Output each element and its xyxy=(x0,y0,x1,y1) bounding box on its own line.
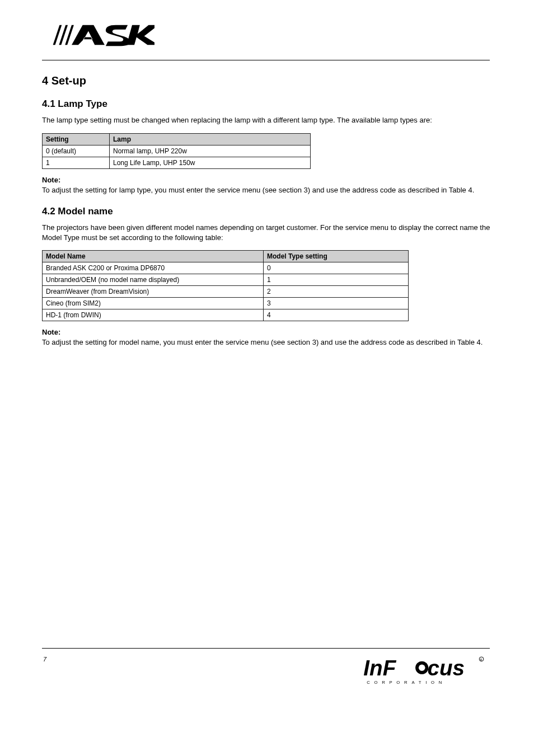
page-number: 7 xyxy=(43,656,46,663)
table-row: Branded ASK C200 or Proxima DP6870 0 xyxy=(43,262,409,274)
table-row: HD-1 (from DWIN) 4 xyxy=(43,309,409,321)
footer-rule xyxy=(42,648,490,649)
header-rule xyxy=(42,60,490,60)
table-cell: 0 (default) xyxy=(43,145,110,157)
table-cell: Long Life Lamp, UHP 150w xyxy=(110,157,311,168)
table-cell: 0 xyxy=(264,262,409,274)
table-cell: Cineo (from SIM2) xyxy=(43,298,264,309)
svg-point-5 xyxy=(419,664,425,671)
table-cell: 4 xyxy=(264,309,409,321)
infocus-logo: InF cus R CORPORATION xyxy=(363,656,489,688)
svg-text:R: R xyxy=(480,658,483,661)
document-body: 4 Set-up 4.1 Lamp Type The lamp type set… xyxy=(42,64,493,358)
table-cell: 3 xyxy=(264,298,409,309)
table-row: Unbranded/OEM (no model name displayed) … xyxy=(43,274,409,286)
table-cell: Normal lamp, UHP 220w xyxy=(110,145,311,157)
table-cell: 1 xyxy=(264,274,409,286)
table-cell: DreamWeaver (from DreamVision) xyxy=(43,286,264,298)
table-row: 1 Long Life Lamp, UHP 150w xyxy=(43,157,311,168)
paragraph-model-name: The projectors have been given different… xyxy=(42,223,493,242)
ask-logo xyxy=(50,20,154,50)
table-cell: Branded ASK C200 or Proxima DP6870 xyxy=(43,262,264,274)
note-body: To adjust the setting for lamp type, you… xyxy=(42,185,493,195)
table-header-row: Model Name Model Type setting xyxy=(43,251,409,262)
table-cell: 2 xyxy=(264,286,409,298)
table-header: Model Type setting xyxy=(264,251,409,262)
table-row: 0 (default) Normal lamp, UHP 220w xyxy=(43,145,311,157)
subsection-heading-model-name: 4.2 Model name xyxy=(42,206,493,217)
table-header: Setting xyxy=(43,133,110,145)
svg-text:CORPORATION: CORPORATION xyxy=(367,680,446,685)
model-name-table: Model Name Model Type setting Branded AS… xyxy=(42,250,409,321)
paragraph-lamp-type: The lamp type setting must be changed wh… xyxy=(42,115,493,125)
table-cell: Unbranded/OEM (no model name displayed) xyxy=(43,274,264,286)
table-cell: HD-1 (from DWIN) xyxy=(43,309,264,321)
table-header: Model Name xyxy=(43,251,264,262)
table-row: Cineo (from SIM2) 3 xyxy=(43,298,409,309)
table-header: Lamp xyxy=(110,133,311,145)
lamp-type-table: Setting Lamp 0 (default) Normal lamp, UH… xyxy=(42,133,311,169)
svg-text:cus: cus xyxy=(427,656,465,680)
note-title: Note: xyxy=(42,176,493,184)
table-row: DreamWeaver (from DreamVision) 2 xyxy=(43,286,409,298)
section-heading: 4 Set-up xyxy=(42,74,493,87)
table-header-row: Setting Lamp xyxy=(43,133,311,145)
note-title: Note: xyxy=(42,328,493,336)
note-body: To adjust the setting for model name, yo… xyxy=(42,337,493,348)
table-cell: 1 xyxy=(43,157,110,168)
subsection-heading-lamp-type: 4.1 Lamp Type xyxy=(42,98,493,110)
svg-text:InF: InF xyxy=(363,656,396,680)
